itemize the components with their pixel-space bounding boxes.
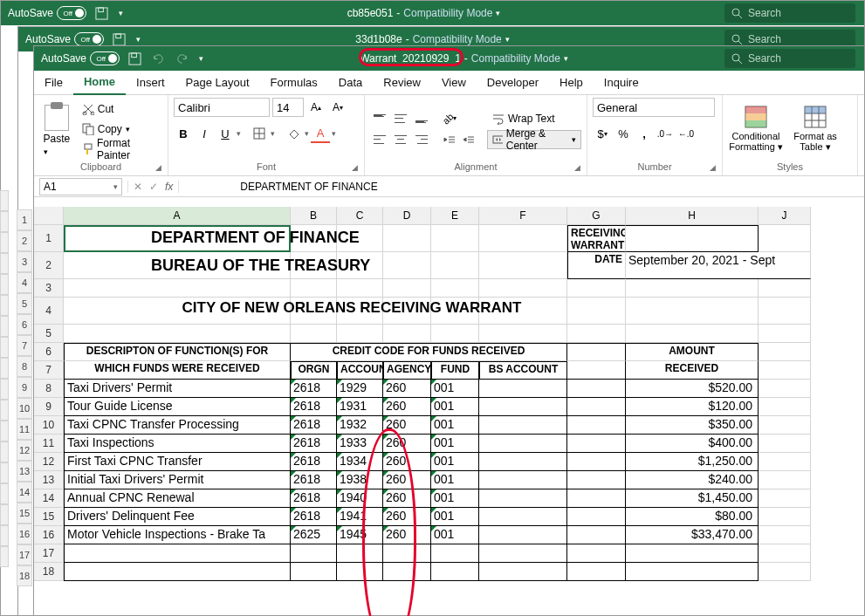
data-orgn-7[interactable]: 2618 — [291, 508, 337, 526]
col-header-J[interactable]: J — [759, 207, 811, 225]
col-header-E[interactable]: E — [431, 207, 479, 225]
autosave-toggle-2[interactable]: Off — [74, 32, 104, 46]
underline-button[interactable]: U — [216, 124, 235, 143]
data-desc-6[interactable]: Annual CPNC Renewal — [64, 489, 291, 508]
align-bottom-button[interactable] — [412, 109, 431, 128]
data-fund-5[interactable]: 001 — [431, 471, 479, 489]
alignment-launcher-icon[interactable]: ◢ — [574, 163, 585, 174]
data-orgn-3[interactable]: 2618 — [291, 435, 337, 453]
row-header-15[interactable]: 15 — [34, 508, 64, 526]
redo-icon[interactable] — [175, 52, 189, 65]
col-header-F[interactable]: F — [479, 207, 567, 225]
conditional-formatting-button[interactable]: Conditional Formatting ▾ — [728, 105, 784, 153]
data-acct-5[interactable]: 1938 — [337, 471, 383, 489]
data-orgn-0[interactable]: 2618 — [291, 380, 337, 398]
decrease-decimal-button[interactable]: ←.0 — [676, 124, 696, 143]
data-bs-2[interactable] — [479, 416, 567, 435]
data-amt-8[interactable]: $33,470.00 — [626, 526, 759, 544]
data-agency-1[interactable]: 260 — [383, 398, 431, 416]
cancel-formula-icon[interactable]: ✕ — [134, 181, 142, 193]
bold-button[interactable]: B — [174, 124, 193, 143]
data-desc-7[interactable]: Drivers' Delinquent Fee — [64, 508, 291, 526]
increase-font-icon[interactable]: A▴ — [306, 98, 326, 117]
row-header-10[interactable]: 10 — [34, 416, 64, 435]
save-icon[interactable] — [128, 52, 141, 65]
tab-page-layout[interactable]: Page Layout — [175, 71, 260, 95]
col-header-H[interactable]: H — [626, 207, 759, 225]
row-header-12[interactable]: 12 — [34, 453, 64, 471]
tab-formulas[interactable]: Formulas — [260, 71, 328, 95]
data-bs-5[interactable] — [479, 471, 567, 489]
data-bs-4[interactable] — [479, 453, 567, 471]
hdr-orgn[interactable]: ORGN — [291, 361, 337, 380]
data-fund-4[interactable]: 001 — [431, 453, 479, 471]
increase-decimal-button[interactable]: .0→ — [656, 124, 675, 143]
data-fund-1[interactable]: 001 — [431, 398, 479, 416]
data-amt-0[interactable]: $520.00 — [626, 380, 759, 398]
data-acct-0[interactable]: 1929 — [337, 380, 383, 398]
number-format-select[interactable] — [593, 98, 715, 117]
undo-icon[interactable] — [152, 52, 165, 65]
row-header-3[interactable]: 3 — [34, 279, 64, 298]
data-agency-6[interactable]: 260 — [383, 489, 431, 508]
select-all-button[interactable] — [34, 207, 64, 225]
cell-warrant-no[interactable] — [626, 225, 759, 252]
data-agency-8[interactable]: 260 — [383, 526, 431, 544]
search-box-1[interactable]: Search — [724, 49, 855, 68]
accept-formula-icon[interactable]: ✓ — [149, 181, 158, 193]
decrease-font-icon[interactable]: A▾ — [328, 98, 347, 117]
align-top-button[interactable] — [370, 109, 389, 128]
tab-help[interactable]: Help — [549, 71, 594, 95]
row-header-11[interactable]: 11 — [34, 435, 64, 453]
autosave-toggle[interactable]: Off — [57, 6, 86, 20]
data-amt-7[interactable]: $80.00 — [626, 508, 759, 526]
number-launcher-icon[interactable]: ◢ — [710, 163, 720, 174]
data-fund-6[interactable]: 001 — [431, 489, 479, 508]
cells-grid[interactable]: RECEIVINGWARRANT NO.DEPARTMENT OF FINANC… — [64, 225, 811, 581]
row-header-2[interactable]: 2 — [34, 252, 64, 279]
data-acct-8[interactable]: 1945 — [337, 526, 383, 544]
data-bs-0[interactable] — [479, 380, 567, 398]
hdr-credit[interactable]: CREDIT CODE FOR FUNDS RECEIVED — [291, 343, 567, 361]
row-header-17[interactable]: 17 — [34, 544, 64, 563]
row-header-1[interactable]: 1 — [34, 225, 64, 252]
data-acct-1[interactable]: 1931 — [337, 398, 383, 416]
data-orgn-2[interactable]: 2618 — [291, 416, 337, 435]
data-fund-7[interactable]: 001 — [431, 508, 479, 526]
data-acct-2[interactable]: 1932 — [337, 416, 383, 435]
hdr-amount1[interactable]: AMOUNT — [626, 343, 759, 361]
tab-review[interactable]: Review — [373, 71, 431, 95]
row-header-5[interactable]: 5 — [34, 325, 64, 343]
tab-home[interactable]: Home — [73, 71, 126, 95]
increase-indent-button[interactable] — [459, 130, 478, 149]
data-amt-1[interactable]: $120.00 — [626, 398, 759, 416]
percent-button[interactable]: % — [614, 124, 633, 143]
search-box-3[interactable]: Search — [724, 3, 855, 23]
font-launcher-icon[interactable]: ◢ — [352, 163, 362, 174]
data-amt-3[interactable]: $400.00 — [626, 435, 759, 453]
data-orgn-5[interactable]: 2618 — [291, 471, 337, 489]
data-fund-8[interactable]: 001 — [431, 526, 479, 544]
col-header-G[interactable]: G — [567, 207, 626, 225]
data-acct-4[interactable]: 1934 — [337, 453, 383, 471]
borders-button[interactable] — [250, 124, 269, 143]
cut-button[interactable]: Cut — [82, 99, 162, 118]
data-orgn-8[interactable]: 2625 — [291, 526, 337, 544]
align-left-button[interactable] — [370, 130, 389, 149]
fx-icon[interactable]: fx — [165, 181, 173, 193]
data-orgn-1[interactable]: 2618 — [291, 398, 337, 416]
data-desc-2[interactable]: Taxi CPNC Transfer Processing — [64, 416, 291, 435]
font-name-select[interactable] — [174, 98, 270, 117]
copy-button[interactable]: Copy ▾ — [82, 120, 162, 138]
data-agency-0[interactable]: 260 — [383, 380, 431, 398]
tab-insert[interactable]: Insert — [126, 71, 175, 95]
tab-data[interactable]: Data — [328, 71, 373, 95]
autosave-toggle-1[interactable]: Off — [90, 51, 120, 65]
autosave-2[interactable]: AutoSave Off — [25, 32, 104, 46]
data-bs-1[interactable] — [479, 398, 567, 416]
data-fund-2[interactable]: 001 — [431, 416, 479, 435]
format-painter-button[interactable]: Format Painter — [82, 140, 162, 158]
name-box[interactable]: A1▾ — [39, 178, 122, 195]
row-header-9[interactable]: 9 — [34, 398, 64, 416]
align-center-button[interactable] — [391, 130, 410, 149]
